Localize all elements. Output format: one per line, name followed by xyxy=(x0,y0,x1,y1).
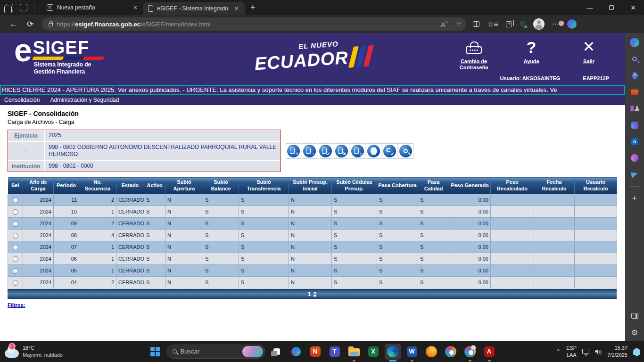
validate-file-button[interactable]: ✓ xyxy=(318,143,333,159)
window-minimize-button[interactable]: — xyxy=(579,0,601,15)
sidebar-copilot-icon[interactable] xyxy=(630,38,639,47)
approve-quality-button[interactable]: C✓ xyxy=(382,143,397,159)
announcement-marquee[interactable]: RICES CIERRE 2024 - APERTURA 2025: Ver a… xyxy=(0,85,625,95)
split-screen-icon[interactable] xyxy=(473,21,479,27)
page-number-link[interactable]: 2 xyxy=(314,291,317,297)
taskbar-search-box[interactable]: Buscar xyxy=(166,345,265,359)
table-cell xyxy=(491,218,534,230)
row-select-radio[interactable] xyxy=(13,221,18,227)
preview-file-button[interactable] xyxy=(350,143,365,159)
table-head-row: SelAño de CargaPeriodoNo. SecuenciaEstad… xyxy=(8,177,617,194)
collections-icon[interactable] xyxy=(506,21,512,27)
taskbar-firefox-button[interactable] xyxy=(423,344,439,360)
weather-widget[interactable]: 1 18°C Mayorm. nublado xyxy=(5,345,63,359)
select-cell xyxy=(8,230,23,241)
clock-widget[interactable]: 15:37 7/1/2025 xyxy=(607,345,627,359)
notification-bell-icon[interactable] xyxy=(633,348,640,355)
sidebar-outlook-icon[interactable]: o xyxy=(631,138,638,145)
task-view-button[interactable] xyxy=(269,344,285,360)
taskbar-chrome-button[interactable] xyxy=(443,344,459,360)
settings-more-icon[interactable]: ⋯↑ xyxy=(552,20,560,28)
menu-administracion-seguridad[interactable]: Administración y Seguridad xyxy=(50,97,119,103)
page-number-current: 1 xyxy=(308,291,311,297)
volume-button[interactable]: ))) xyxy=(595,349,602,354)
delete-file-button[interactable]: ✕ xyxy=(334,143,349,159)
start-button[interactable] xyxy=(147,344,163,360)
browser-essentials-icon[interactable]: ♡ xyxy=(520,20,526,28)
row-select-radio[interactable] xyxy=(13,209,18,215)
filters-link[interactable]: Filtros: xyxy=(8,302,25,308)
sidebar-drop-icon[interactable] xyxy=(631,171,638,178)
window-restore-button[interactable] xyxy=(601,0,622,15)
address-bar[interactable]: https://esigef.finanzas.gob.ec/eSIGEF/me… xyxy=(42,17,466,31)
lock-icon[interactable] xyxy=(49,23,53,26)
print-button[interactable] xyxy=(366,143,381,159)
ecuador-stripes xyxy=(348,45,374,68)
form-row-entidad: - 998 - 0802 GOBIERNO AUTONOMO DESCENTRA… xyxy=(8,142,281,161)
row-select-radio[interactable] xyxy=(13,256,18,262)
profile-avatar[interactable] xyxy=(533,18,545,30)
search-records-button[interactable] xyxy=(398,143,413,159)
favorite-star-icon[interactable]: ☆ xyxy=(456,20,462,27)
row-select-radio[interactable] xyxy=(13,268,18,274)
table-cell xyxy=(575,253,617,265)
sidebar-tools-icon[interactable] xyxy=(631,90,638,95)
sidebar-shopping-icon[interactable] xyxy=(630,71,639,80)
tab-esigef[interactable]: eSIGEF - Sistema Integrado de G × xyxy=(143,2,245,15)
table-cell: S xyxy=(332,241,377,253)
favorites-icon[interactable]: ☆≡ xyxy=(487,20,498,29)
row-select-radio[interactable] xyxy=(13,280,18,286)
new-tab-button[interactable]: + xyxy=(245,3,261,13)
taskbar-teams-button[interactable]: T xyxy=(327,344,343,360)
restore-icon xyxy=(609,5,614,10)
sidebar-panel-icon[interactable] xyxy=(631,313,638,319)
sidebar-games-icon[interactable]: ♜♟ xyxy=(630,104,639,113)
table-cell: 2024 xyxy=(23,265,54,277)
tab-close-icon[interactable]: × xyxy=(233,5,240,12)
menu-consolidacion[interactable]: Consolidación xyxy=(4,97,40,103)
table-cell: 2024 xyxy=(23,253,54,265)
row-select-radio[interactable] xyxy=(13,197,18,203)
refresh-button[interactable]: ⟳ xyxy=(22,19,38,29)
taskbar-nitro-pdf-button[interactable]: N xyxy=(307,344,323,360)
upload-file-button[interactable]: ↑ xyxy=(302,143,317,159)
language-indicator[interactable]: ESPLAA xyxy=(566,345,577,358)
sidebar-microsoft365-icon[interactable] xyxy=(631,122,638,129)
table-cell xyxy=(575,277,617,288)
back-button[interactable]: ← xyxy=(5,19,22,29)
taskbar-excel-button[interactable]: X xyxy=(365,344,381,360)
sidebar-designer-icon[interactable] xyxy=(631,154,638,162)
column-header: Periodo xyxy=(54,177,79,194)
logout-button[interactable]: ✕ Salir xyxy=(569,38,609,65)
taskbar-edge-button[interactable] xyxy=(385,344,401,360)
taskbar-copilot-button[interactable] xyxy=(288,344,304,360)
workspaces-icon[interactable] xyxy=(6,4,13,11)
table-cell: N xyxy=(165,230,203,241)
taskbar-word-button[interactable]: W xyxy=(404,344,420,360)
window-close-button[interactable]: ✕ xyxy=(622,0,644,15)
table-cell: S xyxy=(377,230,418,241)
taskbar-chrome-profile-button[interactable] xyxy=(462,344,478,360)
read-aloud-icon[interactable]: A⁾⁾ xyxy=(441,20,448,28)
tab-nueva-pestana[interactable]: Nueva pestaña × xyxy=(42,0,143,15)
taskbar-acrobat-button[interactable]: A xyxy=(481,344,497,360)
browser-navbar: ← ⟳ https://esigef.finanzas.gob.ec/eSIGE… xyxy=(0,15,644,33)
tray-overflow-chevron-icon[interactable]: ⌃ xyxy=(556,348,561,355)
tab-close-icon[interactable]: × xyxy=(132,4,139,11)
row-select-radio[interactable] xyxy=(13,245,18,250)
table-cell: S xyxy=(332,265,377,277)
sidebar-settings-gear-icon[interactable]: ⚙ xyxy=(630,328,639,337)
sidebar-search-icon[interactable] xyxy=(632,57,637,61)
help-button[interactable]: ? Ayuda xyxy=(511,38,552,65)
table-cell: N xyxy=(289,253,332,265)
change-password-button[interactable]: Cambio de Contraseña xyxy=(454,38,494,71)
row-select-radio[interactable] xyxy=(13,233,18,239)
copilot-icon[interactable] xyxy=(567,19,577,29)
network-icon[interactable] xyxy=(582,349,589,354)
search-highlight-image[interactable] xyxy=(242,346,263,357)
sidebar-add-icon[interactable]: + xyxy=(630,194,639,203)
new-document-button[interactable]: + xyxy=(286,143,301,159)
taskbar-file-explorer-button[interactable] xyxy=(346,344,362,360)
tab-actions-icon[interactable] xyxy=(20,4,27,11)
table-cell: N xyxy=(289,265,332,277)
